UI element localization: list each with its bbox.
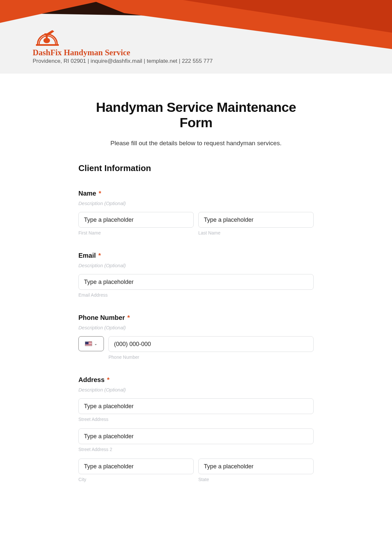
street-address-2-input[interactable] [78, 428, 314, 444]
state-input[interactable] [198, 459, 314, 474]
brand-block: DashFix Handyman Service Providence, RI … [33, 26, 213, 64]
field-address: Address * Description (Optional) Street … [78, 376, 314, 482]
email-description: Description (Optional) [78, 263, 314, 268]
chevron-down-icon: ⌄ [94, 341, 97, 346]
street-address-input[interactable] [78, 398, 314, 414]
street-address-2-sublabel: Street Address 2 [78, 447, 314, 452]
last-name-sublabel: Last Name [198, 230, 314, 235]
phone-label: Phone Number * [78, 314, 314, 321]
first-name-sublabel: First Name [78, 230, 194, 235]
country-code-select[interactable]: ⌄ [78, 336, 104, 351]
address-label: Address * [78, 376, 314, 384]
first-name-input[interactable] [78, 212, 194, 228]
last-name-input[interactable] [198, 212, 314, 228]
section-client-information: Client Information [78, 163, 314, 173]
email-label-text: Email [78, 252, 96, 259]
state-sublabel: State [198, 477, 314, 482]
phone-description: Description (Optional) [78, 325, 314, 330]
required-indicator: * [98, 252, 101, 259]
required-indicator: * [127, 314, 130, 321]
city-input[interactable] [78, 459, 194, 474]
name-description: Description (Optional) [78, 200, 314, 206]
form-title: Handyman Service Maintenance Form [78, 100, 314, 130]
required-indicator: * [107, 376, 110, 383]
brand-logo [33, 26, 62, 47]
required-indicator: * [99, 190, 101, 197]
field-name: Name * Description (Optional) First Name… [78, 190, 314, 235]
address-description: Description (Optional) [78, 387, 314, 392]
us-flag-icon [85, 341, 92, 346]
brand-contact-info: Providence, RI 02901 | inquire@dashfix.m… [33, 58, 213, 64]
phone-input[interactable] [108, 336, 314, 352]
field-phone: Phone Number * Description (Optional) ⌄ … [78, 314, 314, 360]
city-sublabel: City [78, 477, 194, 482]
phone-label-text: Phone Number [78, 314, 125, 321]
svg-point-5 [43, 38, 50, 43]
name-label: Name * [78, 190, 314, 197]
svg-rect-4 [36, 44, 59, 46]
street-address-sublabel: Street Address [78, 417, 314, 422]
email-sublabel: Email Address [78, 292, 314, 298]
header-banner: DashFix Handyman Service Providence, RI … [0, 0, 392, 74]
form-container: Handyman Service Maintenance Form Please… [72, 74, 320, 495]
form-subtitle: Please fill out the details below to req… [78, 140, 314, 147]
email-input[interactable] [78, 274, 314, 290]
field-email: Email * Description (Optional) Email Add… [78, 252, 314, 298]
phone-sublabel: Phone Number [108, 355, 314, 360]
address-label-text: Address [78, 376, 105, 383]
name-label-text: Name [78, 190, 96, 197]
email-label: Email * [78, 252, 314, 259]
brand-name: DashFix Handyman Service [33, 48, 213, 57]
